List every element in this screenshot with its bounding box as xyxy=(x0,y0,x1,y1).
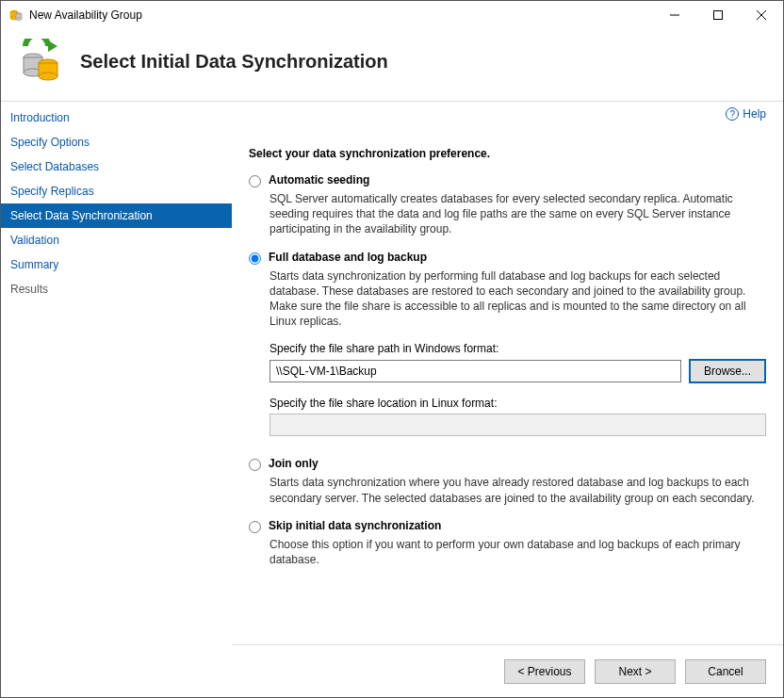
sidebar-item-select-data-synchronization[interactable]: Select Data Synchronization xyxy=(1,203,232,228)
label-skip-sync: Skip initial data synchronization xyxy=(269,519,441,532)
window-title: New Availability Group xyxy=(29,8,653,22)
sidebar-item-specify-options[interactable]: Specify Options xyxy=(1,130,232,154)
help-link[interactable]: ? Help xyxy=(726,107,766,121)
window-buttons xyxy=(653,1,783,29)
sidebar-item-summary[interactable]: Summary xyxy=(1,252,232,277)
titlebar: New Availability Group xyxy=(1,1,783,29)
help-icon: ? xyxy=(726,107,739,121)
desc-full-backup: Starts data synchronization by performin… xyxy=(270,268,766,330)
sidebar-item-introduction[interactable]: Introduction xyxy=(1,106,232,130)
close-button[interactable] xyxy=(740,1,783,29)
sidebar-item-results: Results xyxy=(1,277,232,301)
label-join-only: Join only xyxy=(269,457,318,470)
label-windows-path: Specify the file share path in Windows f… xyxy=(270,342,766,355)
option-join-only: Join only xyxy=(249,457,766,471)
wizard-body: Introduction Specify Options Select Data… xyxy=(1,102,783,644)
sidebar-item-specify-replicas[interactable]: Specify Replicas xyxy=(1,179,232,203)
wizard-content: ? Help Select your data synchronization … xyxy=(232,102,783,644)
svg-point-16 xyxy=(39,73,57,80)
svg-marker-10 xyxy=(48,41,57,52)
section-heading: Select your data synchronization prefere… xyxy=(249,147,766,160)
cancel-button[interactable]: Cancel xyxy=(685,659,766,684)
wizard-header: Select Initial Data Synchronization xyxy=(1,29,783,102)
svg-point-5 xyxy=(16,18,22,21)
desc-skip-sync: Choose this option if you want to perfor… xyxy=(270,537,766,567)
sidebar-item-validation[interactable]: Validation xyxy=(1,228,232,252)
option-automatic-seeding: Automatic seeding xyxy=(249,173,766,187)
label-linux-path: Specify the file share location in Linux… xyxy=(270,397,766,410)
wizard-window: New Availability Group xyxy=(0,0,784,698)
help-label: Help xyxy=(743,107,766,121)
app-icon xyxy=(8,8,24,23)
label-full-backup: Full database and log backup xyxy=(269,251,427,264)
browse-button[interactable]: Browse... xyxy=(689,359,766,383)
radio-automatic-seeding[interactable] xyxy=(249,175,261,187)
option-full-backup: Full database and log backup xyxy=(249,251,766,265)
option-skip-sync: Skip initial data synchronization xyxy=(249,519,766,533)
page-title: Select Initial Data Synchronization xyxy=(80,51,388,73)
radio-join-only[interactable] xyxy=(249,459,261,471)
sidebar-item-select-databases[interactable]: Select Databases xyxy=(1,154,232,179)
input-windows-path[interactable] xyxy=(270,360,681,382)
input-linux-path xyxy=(270,414,766,436)
radio-full-backup[interactable] xyxy=(249,252,261,265)
desc-automatic-seeding: SQL Server automatically creates databas… xyxy=(270,191,766,237)
maximize-button[interactable] xyxy=(696,1,740,29)
row-linux-path xyxy=(270,414,766,436)
wizard-sidebar: Introduction Specify Options Select Data… xyxy=(1,102,232,644)
content-scroll: Select your data synchronization prefere… xyxy=(249,109,766,644)
next-button[interactable]: Next > xyxy=(595,659,676,684)
label-automatic-seeding: Automatic seeding xyxy=(269,173,369,187)
radio-skip-sync[interactable] xyxy=(249,521,261,533)
previous-button[interactable]: < Previous xyxy=(504,659,585,684)
desc-join-only: Starts data synchronization where you ha… xyxy=(270,475,766,505)
wizard-footer: < Previous Next > Cancel xyxy=(232,644,783,697)
row-windows-path: Browse... xyxy=(270,359,766,383)
svg-rect-7 xyxy=(714,11,723,20)
wizard-icon xyxy=(18,39,63,84)
minimize-button[interactable] xyxy=(653,1,696,29)
